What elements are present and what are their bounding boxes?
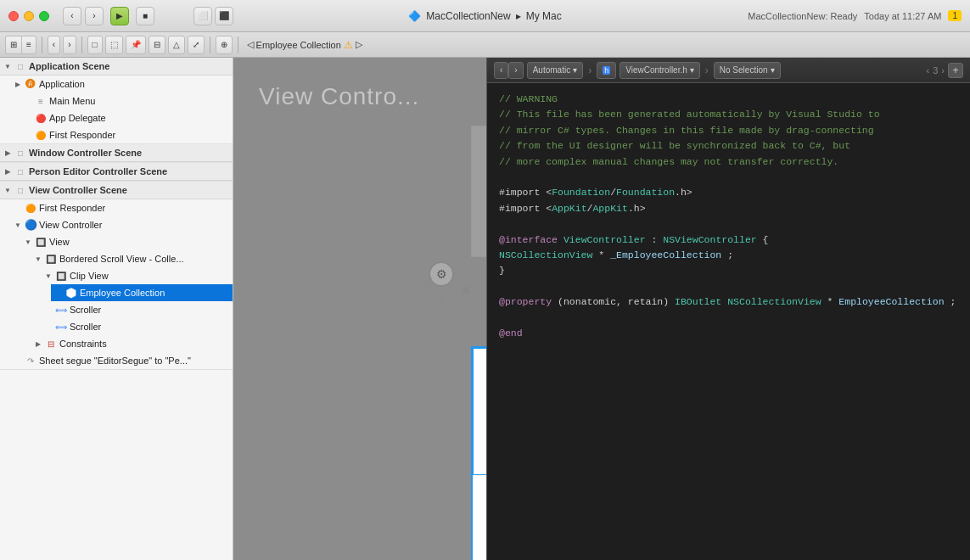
- view-label: View: [49, 237, 70, 247]
- sidebar: □ Application Scene 🅐 Application ≡ Main…: [0, 58, 233, 560]
- maximize-button[interactable]: [39, 11, 49, 21]
- sidebar-item-scroller-2[interactable]: ⟺ Scroller: [41, 318, 233, 335]
- vc-icon: 🔵: [25, 219, 36, 231]
- clip-icon: 🔲: [55, 270, 67, 282]
- sidebar-item-scroller-1[interactable]: ⟺ Scroller: [41, 301, 233, 318]
- code-blank-1: [499, 170, 958, 185]
- view-toggle-2[interactable]: ⬛: [215, 7, 233, 25]
- application-label: Application: [39, 79, 85, 89]
- separator-2: [81, 36, 82, 53]
- code-line-import-2: #import <AppKit/AppKit.h>: [499, 201, 958, 216]
- sidebar-item-employee-collection[interactable]: 📦 Employee Collection: [51, 284, 233, 301]
- breadcrumb-item-1[interactable]: ◁: [247, 39, 254, 50]
- app-title: MacCollectionNew: [426, 10, 510, 22]
- application-scene-header[interactable]: □ Application Scene: [0, 58, 233, 76]
- code-add-button[interactable]: +: [948, 63, 963, 78]
- code-line-import-1: #import <Foundation/Foundation.h>: [499, 185, 958, 200]
- filename-label: ViewController.h: [625, 65, 687, 75]
- disclosure-bordered-scroll[interactable]: [34, 255, 42, 263]
- disclosure-view[interactable]: [24, 238, 32, 246]
- disclosure-app-scene[interactable]: [3, 62, 12, 70]
- sidebar-item-bordered-scroll[interactable]: 🔲 Bordered Scroll View - Colle...: [31, 250, 233, 267]
- sidebar-item-segue[interactable]: ↷ Sheet segue "EditorSegue" to "Pe...": [10, 352, 233, 369]
- grid-toggle-group[interactable]: ⊞ ≡: [5, 36, 36, 54]
- disclosure-clip-view[interactable]: [44, 272, 53, 280]
- traffic-lights[interactable]: [8, 11, 49, 21]
- forward-button[interactable]: ›: [85, 7, 104, 25]
- code-back-btn[interactable]: ‹: [494, 62, 508, 79]
- first-responder-1-label: First Responder: [49, 130, 115, 140]
- main-menu-label: Main Menu: [49, 96, 95, 106]
- code-nav-group[interactable]: ‹ ›: [494, 62, 524, 79]
- titlebar: ‹ › ▶ ■ ⬜ ⬛ 🔷 MacCollectionNew ▸ My Mac …: [0, 0, 970, 32]
- window-controller-scene-label: Window Controller Scene: [29, 148, 142, 158]
- disclosure-application[interactable]: [14, 80, 22, 88]
- connector-circle: ⚙: [429, 261, 454, 287]
- disclosure-vc-scene[interactable]: [3, 186, 12, 194]
- scroller-icon-1: ⟺: [55, 304, 67, 316]
- close-button[interactable]: [8, 11, 19, 21]
- code-counter: ‹ 3 › +: [927, 63, 963, 78]
- sidebar-item-view-controller[interactable]: 🔵 View Controller: [10, 216, 233, 233]
- sidebar-item-first-responder-2[interactable]: 🟠 First Responder: [10, 199, 233, 216]
- view-controller-scene-section: □ View Controller Scene 🟠 First Responde…: [0, 182, 233, 370]
- minimize-button[interactable]: [24, 11, 34, 21]
- code-toolbar: ‹ › Automatic ▾ › h ViewController.h ▾ ›…: [487, 58, 970, 83]
- window-controller-scene-header[interactable]: □ Window Controller Scene: [0, 144, 233, 162]
- next-btn[interactable]: ›: [941, 65, 945, 76]
- back-btn-2[interactable]: ‹: [48, 36, 60, 54]
- pin-btn[interactable]: 📌: [126, 36, 146, 54]
- sidebar-item-app-delegate[interactable]: 🔴 App Delegate: [20, 109, 233, 126]
- location: My Mac: [526, 10, 562, 22]
- code-line-4: // from the UI designer will be synchron…: [499, 138, 958, 154]
- code-forward-btn[interactable]: ›: [508, 62, 523, 79]
- disclosure-person-editor-scene[interactable]: [3, 167, 12, 176]
- disclosure-vc[interactable]: [14, 221, 22, 229]
- view-controller-scene-label: View Controller Scene: [29, 185, 127, 195]
- sidebar-item-application[interactable]: 🅐 Application: [10, 76, 233, 92]
- resolve-btn[interactable]: △: [168, 36, 185, 54]
- grid-view-btn[interactable]: ⊞: [5, 36, 21, 54]
- add-btn[interactable]: □: [87, 36, 103, 54]
- sidebar-item-constraints[interactable]: ⊟ Constraints: [31, 335, 233, 352]
- file-type-btn[interactable]: h: [597, 62, 616, 79]
- scroller-2-label: Scroller: [70, 322, 101, 332]
- dot-indicator: [463, 287, 469, 294]
- file-type-icon: h: [603, 66, 610, 75]
- collection-inner-view: [473, 348, 486, 475]
- view-toggle-1[interactable]: ⬜: [193, 7, 212, 25]
- warning-icon: ⚠: [344, 39, 353, 51]
- sidebar-item-view[interactable]: 🔲 View: [20, 233, 233, 250]
- forward-btn-2[interactable]: ›: [63, 36, 76, 54]
- automatic-btn[interactable]: Automatic ▾: [527, 62, 583, 79]
- code-blank-3: [499, 279, 958, 294]
- code-content[interactable]: // WARNING // This file has been generat…: [487, 83, 970, 560]
- person-editor-scene-header[interactable]: □ Person Editor Controller Scene: [0, 163, 233, 181]
- list-view-btn[interactable]: ≡: [21, 36, 36, 54]
- disclosure-window-scene[interactable]: [3, 148, 12, 157]
- scroller-1-label: Scroller: [70, 305, 101, 315]
- layout-btn[interactable]: ⬚: [105, 36, 123, 54]
- code-separator-1: ›: [588, 64, 592, 76]
- disclosure-constraints[interactable]: [34, 339, 42, 348]
- resize-btn[interactable]: ⤢: [188, 36, 205, 54]
- counter-value: 3: [933, 65, 938, 76]
- sidebar-item-first-responder-1[interactable]: 🟠 First Responder: [20, 126, 233, 143]
- filename-btn[interactable]: ViewController.h ▾: [620, 62, 700, 79]
- application-scene-section: □ Application Scene 🅐 Application ≡ Main…: [0, 58, 233, 144]
- breadcrumb-label[interactable]: Employee Collection: [256, 40, 341, 50]
- sidebar-item-clip-view[interactable]: 🔲 Clip View: [41, 267, 233, 284]
- embed-btn[interactable]: ⊕: [216, 36, 233, 54]
- align-btn[interactable]: ⊟: [149, 36, 165, 54]
- view-controller-scene-header[interactable]: □ View Controller Scene: [0, 182, 233, 199]
- delegate-icon: 🔴: [35, 112, 47, 124]
- back-button[interactable]: ‹: [63, 7, 81, 25]
- sidebar-item-main-menu[interactable]: ≡ Main Menu: [20, 92, 233, 109]
- nav-controls: ‹ ›: [63, 7, 104, 25]
- main-layout: □ Application Scene 🅐 Application ≡ Main…: [0, 58, 970, 560]
- no-selection-btn[interactable]: No Selection ▾: [714, 62, 781, 79]
- prev-btn[interactable]: ‹: [927, 65, 930, 76]
- canvas-connector: ⚙ ↓: [429, 261, 454, 308]
- stop-button[interactable]: ■: [136, 7, 154, 25]
- run-button[interactable]: ▶: [110, 7, 129, 25]
